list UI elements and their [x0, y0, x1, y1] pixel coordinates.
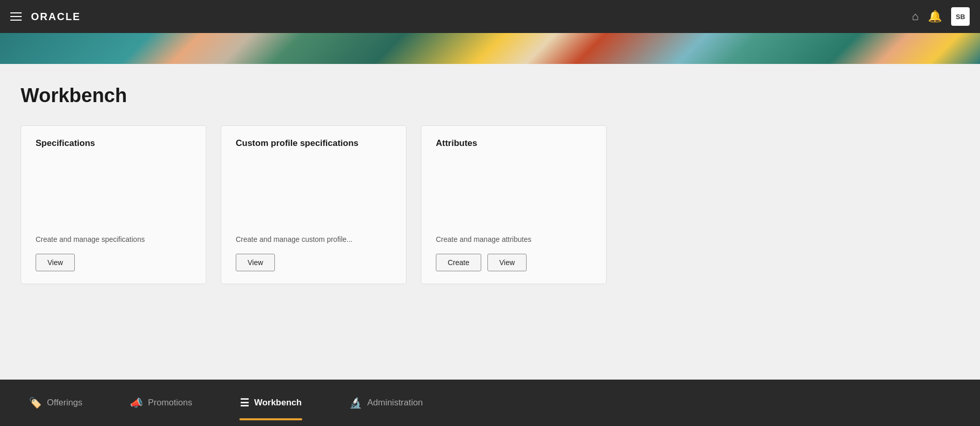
specifications-view-button[interactable]: View — [36, 254, 75, 271]
workbench-nav-label: Workbench — [254, 398, 302, 408]
custom-profile-card-title: Custom profile specifications — [236, 138, 391, 149]
home-icon[interactable]: ⌂ — [912, 10, 919, 23]
attributes-card-image — [436, 155, 592, 227]
notification-bell-icon[interactable]: 🔔 — [928, 10, 942, 23]
offerings-nav-label: Offerings — [47, 398, 83, 408]
page-title: Workbench — [21, 85, 959, 107]
top-nav-right: ⌂ 🔔 SB — [912, 7, 970, 26]
specifications-card-actions: View — [36, 254, 191, 271]
custom-profile-card-description: Create and manage custom profile... — [236, 235, 391, 243]
promotions-nav-label: Promotions — [148, 398, 192, 408]
attributes-create-button[interactable]: Create — [436, 254, 481, 271]
administration-nav-label: Administration — [367, 398, 423, 408]
attributes-card-description: Create and manage attributes — [436, 235, 592, 243]
attributes-card-actions: Create View — [436, 254, 592, 271]
custom-profile-card-actions: View — [236, 254, 391, 271]
offerings-icon: 🏷️ — [29, 397, 42, 409]
user-avatar[interactable]: SB — [951, 7, 970, 26]
specifications-card: Specifications Create and manage specifi… — [21, 125, 206, 284]
attributes-view-button[interactable]: View — [487, 254, 527, 271]
bottom-nav-item-administration[interactable]: 🔬 Administration — [341, 392, 431, 413]
bottom-nav-item-promotions[interactable]: 📣 Promotions — [122, 392, 201, 413]
custom-profile-view-button[interactable]: View — [236, 254, 275, 271]
specifications-card-title: Specifications — [36, 138, 191, 149]
top-navbar: ORACLE ⌂ 🔔 SB — [0, 0, 980, 33]
bottom-nav-item-workbench[interactable]: ☰ Workbench — [232, 392, 310, 413]
administration-icon: 🔬 — [349, 397, 362, 409]
attributes-card-title: Attributes — [436, 138, 592, 149]
bottom-nav-item-offerings[interactable]: 🏷️ Offerings — [21, 392, 91, 413]
specifications-card-image — [36, 155, 191, 227]
top-nav-left: ORACLE — [10, 11, 80, 23]
cards-container: Specifications Create and manage specifi… — [21, 125, 959, 284]
bottom-navbar: 🏷️ Offerings 📣 Promotions ☰ Workbench 🔬 … — [0, 380, 980, 426]
custom-profile-card-image — [236, 155, 391, 227]
attributes-card: Attributes Create and manage attributes … — [421, 125, 607, 284]
specifications-card-description: Create and manage specifications — [36, 235, 191, 243]
main-content: Workbench Specifications Create and mana… — [0, 64, 980, 380]
oracle-logo: ORACLE — [31, 11, 80, 23]
custom-profile-specifications-card: Custom profile specifications Create and… — [221, 125, 406, 284]
hamburger-menu-button[interactable] — [10, 12, 22, 21]
promotions-icon: 📣 — [130, 397, 143, 409]
page-banner — [0, 33, 980, 64]
workbench-icon: ☰ — [240, 397, 249, 409]
